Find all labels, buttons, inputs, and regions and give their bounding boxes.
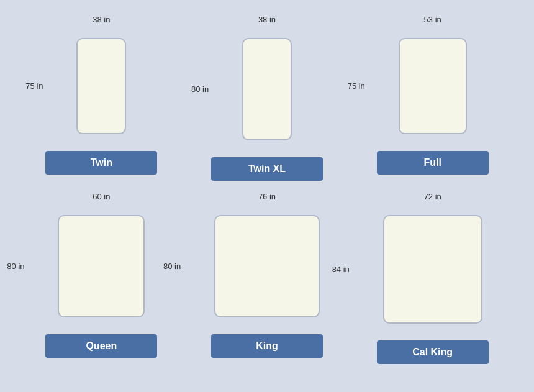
mattress-rect-full xyxy=(399,38,467,134)
mattress-visual-king: 76 in80 in xyxy=(196,206,338,327)
height-label-twin: 75 in xyxy=(25,81,43,91)
mattress-visual-twin: 38 in75 in xyxy=(58,29,145,144)
width-label-full: 53 in xyxy=(424,15,441,24)
height-label-king: 80 in xyxy=(163,262,181,271)
width-label-twin: 38 in xyxy=(93,15,110,24)
name-badge-king[interactable]: King xyxy=(211,334,323,358)
mattress-visual-queen: 60 in80 in xyxy=(39,206,163,327)
name-badge-full[interactable]: Full xyxy=(377,151,489,175)
width-label-cal-king: 72 in xyxy=(424,192,441,201)
height-label-queen: 80 in xyxy=(7,262,24,271)
mattress-visual-full: 53 in75 in xyxy=(380,29,486,144)
mattress-visual-twin-xl: 38 in80 in xyxy=(224,29,310,150)
mattress-rect-cal-king xyxy=(383,215,482,324)
mattress-rect-queen xyxy=(58,215,145,317)
mattress-item-twin-xl: 38 in80 inTwin XL xyxy=(191,29,344,187)
height-label-full: 75 in xyxy=(348,81,365,91)
mattress-rect-twin-xl xyxy=(242,38,292,140)
mattress-item-full: 53 in75 inFull xyxy=(356,29,509,187)
height-label-cal-king: 84 in xyxy=(332,265,350,274)
mattress-rect-king xyxy=(214,215,320,317)
mattress-item-queen: 60 in80 inQueen xyxy=(25,206,178,364)
mattress-rect-twin xyxy=(76,38,126,134)
mattress-item-king: 76 in80 inKing xyxy=(191,206,344,364)
mattress-grid: 38 in75 inTwin38 in80 inTwin XL53 in75 i… xyxy=(0,10,534,383)
width-label-twin-xl: 38 in xyxy=(258,15,276,24)
width-label-king: 76 in xyxy=(258,192,276,201)
mattress-item-cal-king: 72 in84 inCal King xyxy=(356,206,509,364)
width-label-queen: 60 in xyxy=(93,192,110,201)
mattress-visual-cal-king: 72 in84 in xyxy=(364,206,501,333)
name-badge-twin-xl[interactable]: Twin XL xyxy=(211,157,323,181)
mattress-item-twin: 38 in75 inTwin xyxy=(25,29,178,187)
name-badge-cal-king[interactable]: Cal King xyxy=(377,340,489,364)
height-label-twin-xl: 80 in xyxy=(191,84,209,94)
name-badge-twin[interactable]: Twin xyxy=(45,151,157,175)
name-badge-queen[interactable]: Queen xyxy=(45,334,157,358)
